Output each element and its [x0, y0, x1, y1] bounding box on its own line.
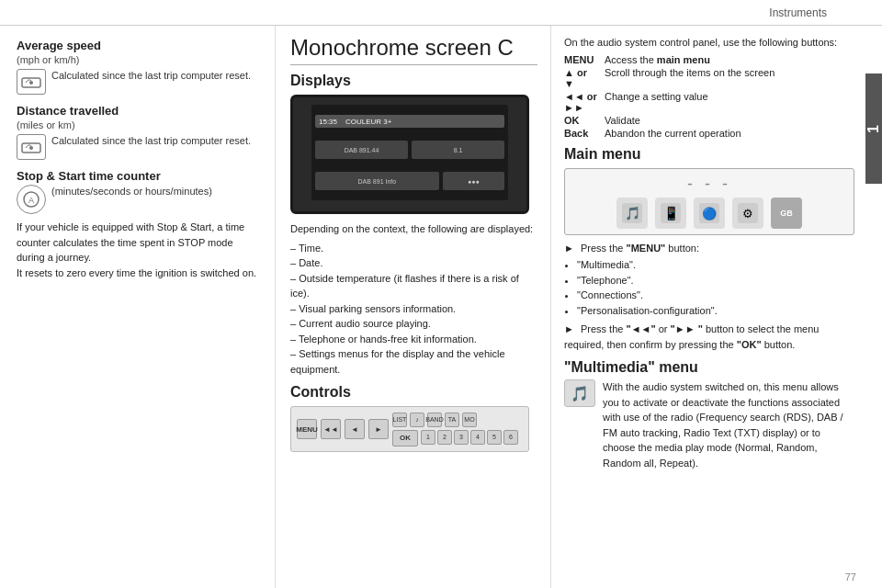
menu-row-0: MENU Access the main menu [564, 54, 854, 65]
screen-content-row-2: DAB 891 Info ●●● [315, 172, 504, 190]
ctrl-fwd-btn[interactable]: ► [368, 419, 389, 439]
ctrl-band-btn[interactable]: BAND [427, 413, 442, 427]
screen-time-text: 15:35 COULEUR 3+ [319, 118, 391, 126]
bullet-list: "Multimedia". "Telephone". "Connections"… [577, 257, 854, 318]
svg-text:⚙: ⚙ [742, 207, 753, 220]
screen-block-text-2: 8.1 [454, 147, 463, 153]
menu-icon-bluetooth: 🔵 [694, 198, 725, 229]
multimedia-icon-box: 🎵 [564, 379, 595, 407]
menu-icon-gb: GB [771, 198, 802, 229]
ctrl-1-btn[interactable]: 1 [421, 430, 435, 445]
displays-description: Depending on the context, the following … [290, 221, 537, 237]
ctrl-3-btn[interactable]: 3 [454, 430, 469, 445]
list-audio: – Current audio source playing. [290, 316, 537, 332]
list-phone: – Telephone or hands-free kit informatio… [290, 332, 537, 347]
svg-text:📱: 📱 [663, 206, 680, 221]
ctrl-ok-btn[interactable]: OK [392, 430, 418, 447]
menu-row-2: ◄◄ or ►► Change a setting value [564, 91, 854, 113]
press-menu-text: ► Press the "MENU" button: [564, 241, 854, 256]
dist-icon [17, 134, 46, 160]
header-title: Instruments [769, 6, 827, 19]
svg-text:A: A [28, 196, 34, 205]
ctrl-4-btn[interactable]: 4 [470, 430, 485, 445]
menu-val-3: Validate [605, 115, 640, 126]
svg-text:🔵: 🔵 [702, 206, 718, 221]
menu-icon-phone: 📱 [655, 198, 686, 229]
ctrl-list-btn[interactable]: LIST [392, 413, 407, 427]
bullet-connections: "Connections". [577, 288, 854, 303]
list-temp: – Outside temperature (it flashes if the… [290, 271, 537, 301]
ctrl-2-btn[interactable]: 2 [437, 430, 452, 445]
list-parking: – Visual parking sensors information. [290, 301, 537, 317]
menu-val-4: Abandon the current operation [605, 128, 741, 139]
page-number: 77 [845, 571, 856, 582]
screen-mockup: 15:35 COULEUR 3+ DAB 891.44 8.1 DAB 891 … [290, 95, 529, 214]
bullet-telephone: "Telephone". [577, 273, 854, 288]
main-layout: Average speed (mph or km/h) Calculated s… [0, 26, 882, 588]
menu-row-1: ▲ or ▼ Scroll through the items on the s… [564, 67, 854, 89]
svg-text:🎵: 🎵 [625, 206, 641, 221]
ctrl-mo-btn[interactable]: MO [462, 413, 477, 427]
stop-start-sublabel: (minutes/seconds or hours/minutes) [51, 185, 212, 198]
arrow-icon-1: ► [564, 241, 574, 256]
ctrl-5-btn[interactable]: 5 [487, 430, 502, 445]
menu-key-3: OK [564, 115, 599, 126]
dist-text: Calculated since the last trip computer … [51, 134, 251, 148]
menu-icon-music: 🎵 [616, 198, 648, 229]
menu-key-1: ▲ or ▼ [564, 67, 599, 89]
stop-start-row: A (minutes/seconds or hours/minutes) [17, 185, 260, 214]
screen-block-text-3: DAB 891 Info [358, 178, 397, 185]
menu-gb-text: GB [780, 209, 793, 218]
avg-speed-icon [17, 69, 46, 95]
dist-sublabel: (miles or km) [17, 119, 260, 130]
stop-start-body: If your vehicle is equipped with Stop & … [17, 220, 260, 280]
ctrl-menu-btn[interactable]: MENU [297, 419, 317, 439]
dist-heading: Distance travelled [17, 104, 260, 118]
dist-row: Calculated since the last trip computer … [17, 134, 260, 160]
stop-start-reset-text: It resets to zero every time the ignitio… [17, 267, 256, 278]
menu-key-2: ◄◄ or ►► [564, 91, 599, 113]
bullet-personalisation: "Personalisation-configuration". [577, 303, 854, 319]
menu-table: MENU Access the main menu ▲ or ▼ Scroll … [564, 54, 854, 139]
ctrl-rw-btn[interactable]: ◄◄ [321, 419, 341, 439]
right-column: On the audio system control panel, use t… [551, 26, 882, 588]
ctrl-ta-btn[interactable]: TA [445, 413, 459, 427]
avg-speed-text: Calculated since the last trip computer … [51, 69, 251, 83]
screen-block-4: ●●● [443, 172, 504, 190]
screen-block-1: DAB 891.44 [315, 141, 408, 159]
ctrl-note-btn[interactable]: ♪ [410, 413, 424, 427]
header-bar: Instruments [0, 0, 882, 26]
avg-speed-sublabel: (mph or km/h) [17, 54, 260, 65]
displays-list: – Time. – Date. – Outside temperature (i… [290, 241, 537, 378]
controls-title: Controls [290, 384, 537, 401]
controls-mockup: MENU ◄◄ ◄ ► LIST ♪ BAND TA MO OK 1 2 3 [290, 406, 529, 452]
svg-point-1 [29, 81, 33, 85]
confirm-text: ► Press the "◄◄" or "►► " button to sele… [564, 322, 854, 352]
main-menu-title: Main menu [564, 146, 854, 163]
screen-inner: 15:35 COULEUR 3+ DAB 891.44 8.1 DAB 891 … [311, 105, 508, 200]
menu-icons-row: 🎵 📱 🔵 [616, 198, 802, 229]
bullet-multimedia: "Multimedia". [577, 257, 854, 273]
svg-point-3 [29, 146, 33, 150]
stop-start-icon: A [17, 185, 46, 214]
menu-val-2: Change a setting value [605, 91, 708, 113]
displays-title: Displays [290, 73, 537, 89]
list-date: – Date. [290, 255, 537, 271]
screen-block-text-1: DAB 891.44 [345, 147, 379, 153]
screen-top-bar: 15:35 COULEUR 3+ [315, 115, 504, 128]
menu-key-0: MENU [564, 54, 599, 65]
multimedia-title: "Multimedia" menu [564, 359, 854, 376]
list-time: – Time. [290, 241, 537, 256]
screen-block-text-4: ●●● [468, 178, 480, 185]
menu-icon-settings: ⚙ [732, 198, 763, 229]
list-settings: – Settings menus for the display and the… [290, 346, 537, 377]
avg-speed-row: Calculated since the last trip computer … [17, 69, 260, 95]
ctrl-6-btn[interactable]: 6 [503, 430, 518, 445]
screen-block-3: DAB 891 Info [315, 172, 439, 190]
stop-start-heading: Stop & Start time counter [17, 169, 260, 183]
big-title: Monochrome screen C [290, 35, 537, 65]
stop-start-body-text: If your vehicle is equipped with Stop & … [17, 221, 244, 263]
menu-key-4: Back [564, 128, 599, 139]
ctrl-back-btn[interactable]: ◄ [345, 419, 365, 439]
multimedia-text: With the audio system switched on, this … [603, 379, 854, 470]
